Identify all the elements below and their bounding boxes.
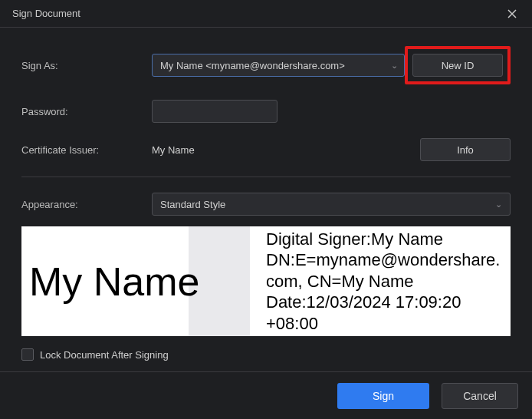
cancel-button-label: Cancel: [463, 390, 497, 402]
cert-issuer-value: My Name: [152, 144, 420, 156]
close-button[interactable]: [501, 3, 523, 25]
appearance-row: Appearance: Standard Style ⌄: [21, 193, 511, 216]
signature-details: Digital Signer:My Name DN:E=myname@wonde…: [266, 229, 503, 335]
lock-label[interactable]: Lock Document After Signing: [40, 349, 169, 361]
signature-display-name: My Name: [29, 259, 199, 305]
signature-preview: My Name Digital Signer:My Name DN:E=myna…: [21, 226, 511, 336]
close-icon: [507, 9, 517, 18]
signature-signer-line: Digital Signer:My Name: [266, 229, 503, 250]
chevron-down-icon: ⌄: [391, 61, 398, 71]
sign-button[interactable]: Sign: [337, 383, 429, 409]
sign-as-select[interactable]: My Name <myname@wondershare.com> ⌄: [152, 54, 405, 77]
sign-button-label: Sign: [373, 390, 394, 402]
new-id-highlight: New ID: [405, 46, 511, 84]
password-input[interactable]: [152, 100, 277, 123]
dialog-content: Sign As: My Name <myname@wondershare.com…: [0, 28, 532, 361]
lock-checkbox[interactable]: [21, 348, 34, 361]
chevron-down-icon: ⌄: [495, 200, 502, 210]
cancel-button[interactable]: Cancel: [442, 383, 518, 409]
divider: [21, 177, 511, 177]
password-row: Password:: [21, 100, 511, 123]
new-id-button[interactable]: New ID: [412, 54, 503, 77]
signature-dn-line: DN:E=myname@wondershare.com, CN=My Name: [266, 249, 503, 292]
info-button[interactable]: Info: [420, 138, 511, 161]
window-title: Sign Document: [12, 8, 80, 19]
cert-issuer-label: Certificate Issuer:: [21, 144, 152, 156]
appearance-select[interactable]: Standard Style ⌄: [152, 193, 511, 216]
sign-as-label: Sign As:: [21, 60, 152, 71]
appearance-value: Standard Style: [160, 199, 225, 210]
appearance-label: Appearance:: [21, 199, 152, 210]
dialog-footer: Sign Cancel: [0, 371, 532, 419]
password-label: Password:: [21, 106, 152, 117]
sign-as-value: My Name <myname@wondershare.com>: [160, 60, 345, 71]
titlebar: Sign Document: [0, 0, 532, 28]
signature-name-area: My Name: [29, 226, 266, 336]
info-label: Info: [457, 144, 474, 156]
cert-issuer-row: Certificate Issuer: My Name Info: [21, 138, 511, 161]
new-id-label: New ID: [442, 60, 475, 71]
sign-as-row: Sign As: My Name <myname@wondershare.com…: [21, 46, 511, 84]
lock-row: Lock Document After Signing: [21, 348, 511, 361]
signature-date-line: Date:12/03/2024 17:09:20 +08:00: [266, 292, 503, 334]
